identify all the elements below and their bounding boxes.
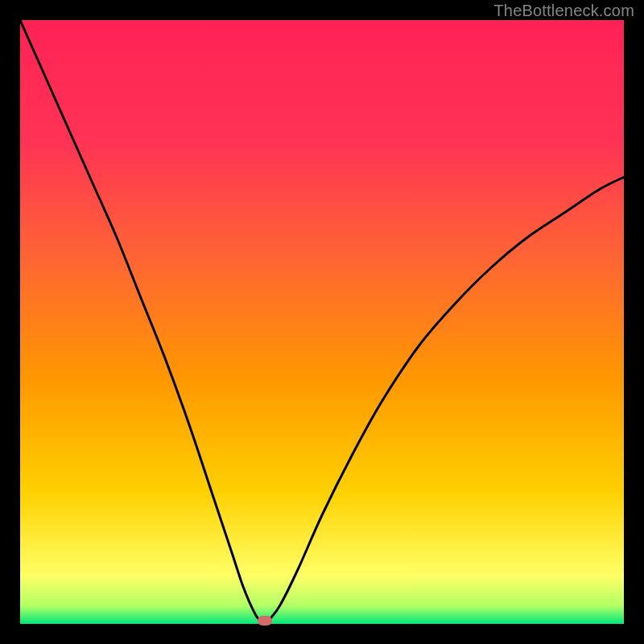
watermark-text: TheBottleneck.com [493, 2, 634, 20]
curve-svg [20, 20, 624, 624]
chart-frame: TheBottleneck.com [0, 0, 644, 644]
minimum-marker [258, 616, 272, 625]
curve-line [20, 20, 624, 622]
plot-area [20, 20, 624, 624]
